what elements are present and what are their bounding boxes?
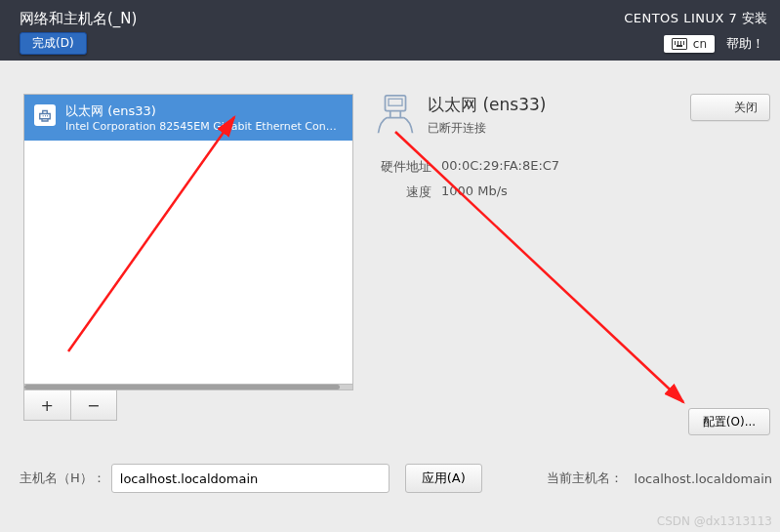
keyboard-layout-indicator[interactable]: cn [664, 35, 715, 53]
ethernet-icon [375, 94, 416, 135]
connection-status: 已断开连接 [428, 120, 546, 137]
prop-label-speed: 速度 [375, 184, 431, 201]
svg-rect-1 [389, 99, 402, 105]
interface-list-panel: 以太网 (ens33) Intel Corporation 82545EM Gi… [23, 94, 353, 421]
ethernet-icon [34, 104, 56, 126]
prop-label-mac: 硬件地址 [375, 158, 431, 176]
interface-list[interactable]: 以太网 (ens33) Intel Corporation 82545EM Gi… [23, 94, 353, 385]
hostname-input[interactable] [111, 464, 390, 493]
apply-button[interactable]: 应用(A) [405, 464, 482, 493]
toggle-switch[interactable]: 关闭 [690, 94, 770, 121]
install-title: CENTOS LINUX 7 安装 [624, 8, 768, 33]
add-button[interactable]: + [24, 390, 71, 420]
detail-panel: 关闭 以太网 (ens33) 已断开连接 硬件地址 00:0C:29:FA:8E… [375, 94, 770, 421]
list-item-sub: Intel Corporation 82545EM Gigabit Ethern… [65, 120, 339, 133]
page-title: 网络和主机名(_N) [20, 8, 137, 32]
remove-button[interactable]: − [71, 390, 117, 420]
prop-value-mac: 00:0C:29:FA:8E:C7 [441, 158, 559, 176]
hostname-label: 主机名（H）： [20, 470, 105, 487]
help-button[interactable]: 帮助！ [722, 33, 768, 55]
watermark: CSDN @dx1313113 [657, 514, 772, 528]
list-item[interactable]: 以太网 (ens33) Intel Corporation 82545EM Gi… [24, 95, 352, 141]
list-scrollbar[interactable] [23, 385, 353, 390]
hostname-bar: 主机名（H）： 应用(A) 当前主机名： localhost.localdoma… [20, 464, 772, 493]
keyboard-icon [672, 38, 687, 50]
done-button[interactable]: 完成(D) [20, 32, 87, 55]
configure-button[interactable]: 配置(O)... [688, 408, 770, 435]
current-hostname-label: 当前主机名： [547, 470, 623, 487]
current-hostname-value: localhost.localdomain [635, 471, 772, 486]
prop-value-speed: 1000 Mb/s [441, 184, 508, 201]
header-bar: 网络和主机名(_N) 完成(D) CENTOS LINUX 7 安装 cn 帮助… [0, 0, 780, 61]
list-item-name: 以太网 (ens33) [65, 102, 339, 120]
connection-title: 以太网 (ens33) [428, 94, 546, 116]
keyboard-layout-label: cn [693, 37, 707, 51]
toggle-label: 关闭 [734, 100, 758, 116]
